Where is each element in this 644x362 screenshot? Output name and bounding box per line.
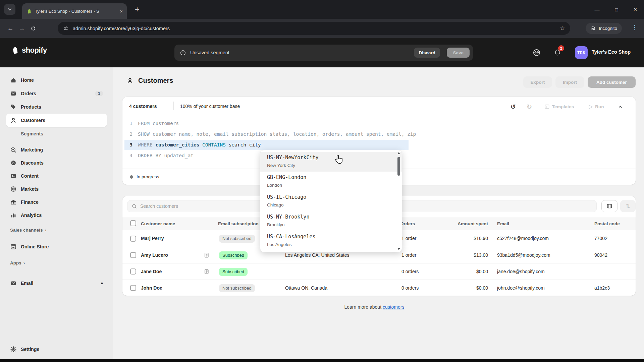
window-close-button[interactable]: × (627, 3, 643, 15)
cell-amount-spent: $0.00 (438, 263, 488, 280)
dropdown-item-losangeles[interactable]: US-CA-LosAngeles Los Angeles (260, 231, 397, 251)
store-name[interactable]: Tyler's Eco Shop (592, 49, 631, 55)
dropdown-scrollbar[interactable] (397, 152, 401, 251)
sidebar-item-content[interactable]: Content (6, 169, 107, 183)
undo-button[interactable]: ↺ (506, 101, 520, 112)
sidebar-item-markets[interactable]: Markets (6, 182, 107, 196)
browser-menu-icon[interactable]: ⋮ (632, 23, 638, 31)
scroll-down-icon[interactable] (397, 248, 400, 250)
cell-customer-name[interactable]: Amy Lucero (141, 247, 168, 263)
sort-button[interactable]: ⇅ (620, 200, 636, 212)
row-checkbox[interactable] (130, 252, 136, 258)
subscription-badge: Not subscribed (219, 284, 255, 292)
table-row[interactable]: Jane Doe Subscribed 0 orders $0.00 jane.… (122, 263, 636, 280)
sidebar-item-online-store[interactable]: Online Store (6, 240, 107, 253)
templates-button[interactable]: Templates (539, 101, 580, 112)
sidebar-item-finance[interactable]: Finance (6, 195, 107, 209)
address-bar[interactable]: admin.shopify.com/store/jy63jq-dc/custom… (58, 22, 570, 35)
scrollbar-thumb[interactable] (397, 157, 400, 176)
row-checkbox[interactable] (130, 285, 136, 291)
col-amount-spent[interactable]: Amount spent (438, 217, 488, 231)
tab-close-icon[interactable]: × (120, 8, 123, 14)
select-all-checkbox[interactable] (130, 220, 136, 226)
browser-tab-active[interactable]: Tyler's Eco Shop · Customers · S × (22, 3, 127, 19)
window-minimize-button[interactable]: — (589, 3, 605, 15)
line-code: ORDER BY updated_at (138, 150, 194, 161)
subscription-badge: Subscribed (219, 251, 248, 259)
incognito-icon (590, 25, 596, 31)
query-line-1[interactable]: 1 FROM customers (122, 118, 636, 129)
add-customer-button[interactable]: Add customer (588, 76, 636, 88)
site-info-icon[interactable] (63, 25, 69, 31)
run-button[interactable]: ▷ Run (583, 101, 609, 112)
sidebar-section-sales-channels[interactable]: Sales channels › (10, 228, 46, 233)
city-label: New York City (267, 163, 295, 168)
footer-help-text: Learn more about customers (113, 304, 636, 310)
sidebar-item-label: Markets (21, 186, 39, 192)
sidebar-item-label: Finance (21, 199, 39, 205)
scroll-up-icon[interactable] (397, 152, 400, 154)
discard-button[interactable]: Discard (414, 48, 440, 58)
export-button[interactable]: Export (523, 76, 552, 88)
new-tab-button[interactable]: + (135, 5, 140, 14)
sql-keyword: ORDER BY (138, 153, 161, 158)
sidebar-item-email[interactable]: Email • (6, 277, 107, 290)
sidebar-item-customers[interactable]: Customers (6, 114, 107, 127)
sql-text: customer_name, note, email_subscription_… (153, 131, 416, 137)
sidebar-item-analytics[interactable]: Analytics (6, 208, 107, 222)
redo-button[interactable]: ↻ (523, 101, 536, 112)
row-checkbox[interactable] (130, 236, 136, 242)
sidebar-item-home[interactable]: Home (6, 73, 107, 87)
sidebar-item-orders[interactable]: Orders 1 (6, 87, 107, 100)
cell-customer-name[interactable]: John Doe (141, 280, 162, 296)
edit-columns-button[interactable] (601, 200, 618, 212)
sidekick-button[interactable] (531, 47, 543, 59)
window-maximize-button[interactable]: □ (608, 3, 625, 15)
sidebar-item-settings[interactable]: Settings (6, 343, 107, 356)
cell-customer-name[interactable]: Marj Perry (141, 230, 164, 247)
import-button[interactable]: Import (555, 76, 584, 88)
col-email[interactable]: Email (497, 217, 509, 231)
save-button[interactable]: Save (447, 48, 470, 58)
col-postal-code[interactable]: Postal code (594, 217, 620, 231)
incognito-indicator: Incognito (586, 23, 622, 34)
city-code: US-NY-Brooklyn (267, 214, 309, 220)
cell-customer-name[interactable]: Jane Doe (141, 263, 162, 280)
line-code: SHOW customer_name, note, email_subscrip… (138, 129, 416, 139)
sidebar-item-discounts[interactable]: Discounts (6, 156, 107, 170)
notifications-button[interactable]: 2 (551, 47, 564, 59)
dropdown-item-newyorkcity[interactable]: US-NY-NewYorkCity New York City (260, 152, 402, 172)
dropdown-item-chicago[interactable]: US-IL-Chicago Chicago (260, 191, 397, 211)
sidebar-item-label: Discounts (21, 160, 44, 166)
subscription-badge: Subscribed (219, 268, 248, 276)
tab-search-button[interactable] (4, 4, 15, 15)
sidebar-item-marketing[interactable]: Marketing (6, 143, 107, 157)
sidebar-section-apps[interactable]: Apps › (10, 260, 25, 265)
status-label: In progress (137, 174, 159, 179)
content-icon (10, 173, 17, 179)
col-customer-name[interactable]: Customer name (141, 217, 175, 231)
reload-button[interactable] (28, 23, 39, 34)
cell-email: 93ba1dd5@moodjoy.com (497, 247, 550, 263)
table-row[interactable]: John Doe Not subscribed Ottawa ON, Canad… (122, 280, 636, 296)
sidebar-item-segments[interactable]: Segments (6, 127, 107, 140)
reload-icon (30, 25, 36, 32)
dropdown-item-brooklyn[interactable]: US-NY-Brooklyn Brooklyn (260, 211, 397, 231)
collapse-editor-button[interactable] (613, 101, 628, 112)
templates-label: Templates (552, 104, 574, 109)
browser-tab-strip: Tyler's Eco Shop · Customers · S × + — □… (0, 0, 644, 19)
dropdown-item-london[interactable]: GB-ENG-London London (260, 172, 397, 191)
shopify-logo[interactable]: shopify (11, 46, 47, 55)
query-line-2[interactable]: 2 SHOW customer_name, note, email_subscr… (122, 129, 636, 139)
customers-help-link[interactable]: customers (383, 304, 405, 310)
query-line-3[interactable]: 3 WHERE customer_cities CONTAINS search … (122, 140, 636, 150)
forward-button[interactable]: → (16, 23, 28, 34)
sidebar-item-products[interactable]: Products (6, 100, 107, 114)
sidebar-item-label: Marketing (21, 147, 43, 153)
col-orders[interactable]: Orders (400, 217, 415, 231)
store-avatar[interactable]: TES (575, 46, 588, 59)
bookmark-star-icon[interactable]: ☆ (560, 25, 565, 32)
back-button[interactable]: ← (5, 23, 16, 34)
row-checkbox[interactable] (130, 268, 136, 275)
shopify-favicon (26, 8, 32, 14)
